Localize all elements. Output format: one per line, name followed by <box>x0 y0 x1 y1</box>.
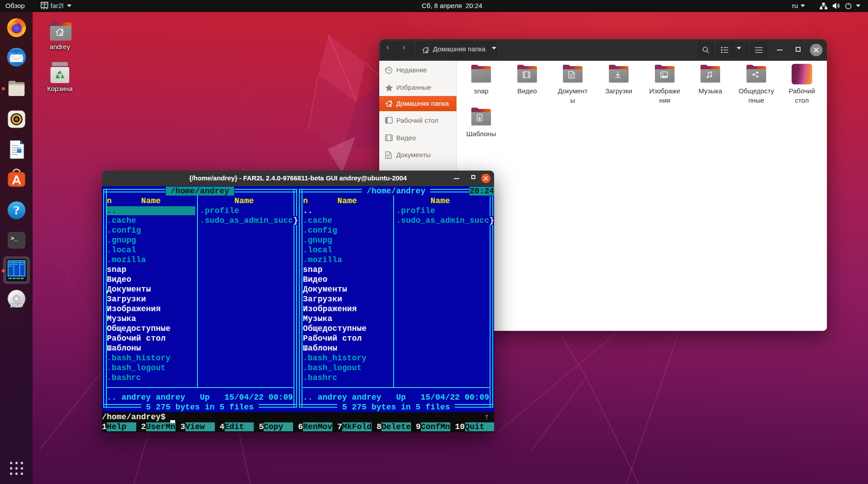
svg-text:?: ? <box>13 203 20 217</box>
svg-text:DVD: DVD <box>10 302 23 309</box>
svg-text:>_: >_ <box>11 235 18 242</box>
